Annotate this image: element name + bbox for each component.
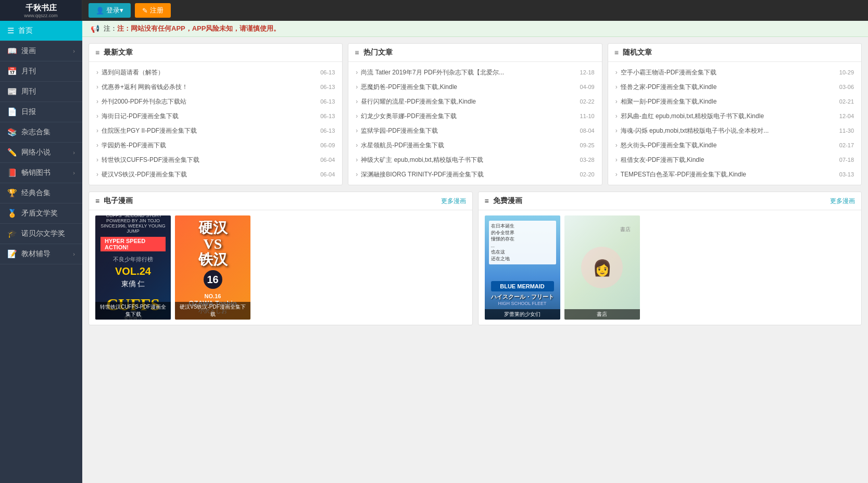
article-title: 邪风曲-血红 epub,mobi,txt,精校版电子书下载,Kindle	[615, 111, 835, 121]
sidebar-item-textbook[interactable]: 📝 教材辅导 ›	[0, 244, 82, 264]
article-date: 12-18	[580, 68, 595, 77]
article-item[interactable]: 外刊2000-PDF外刊杂志下载站 06-13	[89, 94, 342, 109]
register-button[interactable]: ✎ 注册	[135, 3, 171, 18]
sidebar-item-maodun[interactable]: 🏅 矛盾文学奖	[0, 204, 82, 224]
logo-title: 千秋书庄	[26, 3, 57, 13]
article-item[interactable]: 遇到问题请看（解答） 06-13	[89, 65, 342, 80]
latest-articles-header: ≡ 最新文章	[89, 44, 342, 62]
chevron-icon-textbook: ›	[73, 251, 75, 257]
article-item[interactable]: 相聚一刻-PDF漫画全集下载,Kindle 02-21	[608, 94, 861, 109]
sidebar-label-home: 首页	[18, 26, 33, 35]
article-item[interactable]: 深渊融接BIORG TRINITY-PDF漫画全集下载 02-20	[348, 167, 601, 182]
login-icon: 👤	[96, 7, 104, 15]
article-item[interactable]: 转世铁汉CUFFS-PDF漫画全集下载 06-04	[89, 152, 342, 167]
article-title: 优惠券+返利 网购省钱必杀技！	[96, 82, 316, 92]
free-manga-more-link[interactable]: 更多漫画	[830, 197, 855, 206]
article-item[interactable]: 邪风曲-血红 epub,mobi,txt,精校版电子书下载,Kindle 12-…	[608, 109, 861, 123]
article-item[interactable]: 恶魔奶爸-PDF漫画全集下载,Kindle 04-09	[348, 80, 601, 94]
article-date: 06-04	[320, 170, 335, 179]
digital-manga-icon: ≡	[95, 197, 99, 205]
article-title: 水星领航员-PDF漫画全集下载	[356, 141, 575, 150]
sidebar-item-weekly[interactable]: 📰 周刊	[0, 82, 82, 102]
sidebar-item-daily[interactable]: 📄 日报	[0, 102, 82, 122]
announcement-text: 注：注：网站没有任何APP，APP风险未知，请谨慎使用。	[104, 24, 280, 33]
content-area: ≡ 最新文章 遇到问题请看（解答） 06-13 优惠券+返利 网购省钱必杀技！ …	[82, 37, 868, 483]
manga-cover-fleet[interactable]: 在日本诞生的令全世界憧憬的存在...也在这还在之地 BLUE MERMAID ハ…	[485, 215, 560, 320]
article-title: 外刊2000-PDF外刊杂志下载站	[96, 97, 316, 106]
sidebar-label-magazine: 杂志合集	[21, 128, 51, 137]
sidebar-item-classic[interactable]: 🏆 经典合集	[0, 183, 82, 204]
login-button[interactable]: 👤 登录▾	[89, 3, 131, 18]
sidebar-icon-monthly: 📅	[7, 67, 17, 76]
article-title: 遇到问题请看（解答）	[96, 68, 316, 77]
digital-manga-more-link[interactable]: 更多漫画	[441, 197, 466, 206]
sidebar-label-monthly: 月刊	[21, 67, 36, 76]
article-item[interactable]: 优惠券+返利 网购省钱必杀技！ 06-13	[89, 80, 342, 94]
sidebar-item-left-nobel: 🎓 诺贝尔文学奖	[7, 229, 65, 238]
article-title: 住院医生PGY II-PDF漫画全集下载	[96, 126, 316, 135]
article-item[interactable]: 海魂-闪烁 epub,mobi,txt精校版电子书小说,全本校对... 11-3…	[608, 123, 861, 138]
sidebar-item-home[interactable]: ☰ 首页	[0, 21, 82, 41]
hot-articles-header: ≡ 热门文章	[348, 44, 601, 62]
sidebar-label-nobel: 诺贝尔文学奖	[21, 229, 65, 238]
manga-panels-row: ≡ 电子漫画 更多漫画 "CUFFS" SECOND STORYPOWERED …	[89, 192, 862, 325]
digital-manga-title: ≡ 电子漫画	[95, 196, 133, 206]
free-manga-icon: ≡	[485, 197, 489, 205]
article-panels-row: ≡ 最新文章 遇到问题请看（解答） 06-13 优惠券+返利 网购省钱必杀技！ …	[89, 43, 862, 185]
article-item[interactable]: 住院医生PGY II-PDF漫画全集下载 06-13	[89, 123, 342, 138]
article-item[interactable]: 空手小霸王物语-PDF漫画全集下载 10-29	[608, 65, 861, 80]
sidebar-item-left-home: ☰ 首页	[7, 26, 33, 35]
article-date: 06-13	[320, 126, 335, 135]
sidebar-item-left-classic: 🏆 经典合集	[7, 188, 51, 198]
manga-cover-cuffs[interactable]: "CUFFS" SECOND STORYPOWERED BY JIN TOJOS…	[95, 215, 171, 320]
random-articles-header: ≡ 随机文章	[608, 44, 861, 62]
article-date: 06-04	[320, 156, 335, 164]
free-manga-covers: 在日本诞生的令全世界憧憬的存在...也在这还在之地 BLUE MERMAID ハ…	[479, 210, 862, 325]
article-date: 02-22	[580, 97, 595, 106]
article-title: 监狱学园-PDF漫画全集下载	[356, 126, 575, 135]
article-item[interactable]: 海街日记-PDF漫画全集下载 06-13	[89, 109, 342, 123]
announcement-icon: 📢	[91, 24, 99, 33]
article-item[interactable]: 怒火街头-PDF漫画全集下载,Kindle 02-17	[608, 138, 861, 152]
random-articles-title: 随机文章	[623, 48, 652, 57]
latest-articles-panel: ≡ 最新文章 遇到问题请看（解答） 06-13 优惠券+返利 网购省钱必杀技！ …	[89, 43, 343, 185]
hot-articles-panel: ≡ 热门文章 尚流 Tatler 2019年7月 PDF外刊杂志下载【北爱尔..…	[348, 43, 602, 185]
article-item[interactable]: 幻龙少女奥菲娜-PDF漫画全集下载 11-10	[348, 109, 601, 123]
article-item[interactable]: 神级大矿主 epub,mobi,txt,精校版电子书下载 03-28	[348, 152, 601, 167]
article-date: 04-09	[580, 83, 595, 92]
article-item[interactable]: 学园奶爸-PDF漫画下载 06-09	[89, 138, 342, 152]
article-item[interactable]: 租借女友-PDF漫画下载,Kindle 07-18	[608, 152, 861, 167]
article-item[interactable]: 昼行闪耀的流星-PDF漫画全集下载,Kindle 02-22	[348, 94, 601, 109]
chevron-icon-manga: ›	[73, 48, 75, 54]
article-item[interactable]: 尚流 Tatler 2019年7月 PDF外刊杂志下载【北爱尔... 12-18	[348, 65, 601, 80]
article-item[interactable]: 硬汉VS铁汉-PDF漫画全集下载 06-04	[89, 167, 342, 182]
article-title: 怪兽之家-PDF漫画全集下载,Kindle	[615, 82, 835, 92]
article-date: 06-09	[320, 141, 335, 150]
article-item[interactable]: 水星领航员-PDF漫画全集下载 09-25	[348, 138, 601, 152]
manga-cover-hvt[interactable]: 硬汉VS铁汉 16 NO.16 OZAWA Toshio 小沢としお 硬汉VS铁…	[175, 215, 250, 320]
article-item[interactable]: 监狱学园-PDF漫画全集下载 08-04	[348, 123, 601, 138]
sidebar-item-left-bestseller: 📕 畅销图书	[7, 168, 51, 177]
article-title: 恶魔奶爸-PDF漫画全集下载,Kindle	[356, 82, 575, 92]
article-date: 03-28	[580, 156, 595, 164]
sidebar-label-daily: 日报	[21, 107, 36, 117]
article-date: 06-13	[320, 97, 335, 106]
sidebar-label-textbook: 教材辅导	[21, 249, 51, 259]
article-item[interactable]: 怪兽之家-PDF漫画全集下载,Kindle 03-06	[608, 80, 861, 94]
sidebar-item-novel[interactable]: ✏️ 网络小说 ›	[0, 143, 82, 163]
sidebar-icon-maodun: 🏅	[7, 209, 17, 218]
sidebar-item-bestseller[interactable]: 📕 畅销图书 ›	[0, 163, 82, 183]
hot-articles-icon: ≡	[355, 48, 359, 57]
manga-cover-romance[interactable]: 書店 👩 書店	[564, 215, 640, 320]
sidebar-item-nobel[interactable]: 🎓 诺贝尔文学奖	[0, 224, 82, 244]
sidebar-item-left-monthly: 📅 月刊	[7, 67, 36, 76]
sidebar-item-left-magazine: 📚 杂志合集	[7, 128, 51, 137]
article-item[interactable]: TEMPEST白色圣军-PDF漫画全集下载,Kindle 03-13	[608, 167, 861, 182]
sidebar-icon-textbook: 📝	[7, 249, 17, 259]
article-title: 相聚一刻-PDF漫画全集下载,Kindle	[615, 97, 835, 106]
sidebar-item-manga[interactable]: 📖 漫画 ›	[0, 41, 82, 61]
sidebar-label-manga: 漫画	[21, 46, 36, 56]
sidebar-item-magazine[interactable]: 📚 杂志合集	[0, 122, 82, 143]
article-title: 学园奶爸-PDF漫画下载	[96, 141, 316, 150]
sidebar-item-monthly[interactable]: 📅 月刊	[0, 61, 82, 82]
